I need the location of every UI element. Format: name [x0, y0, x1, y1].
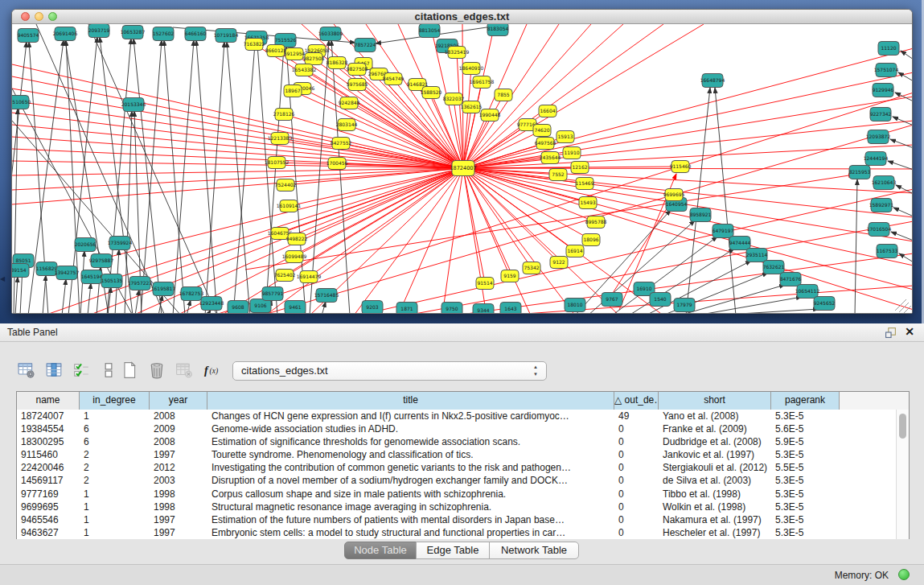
graph-node[interactable]: 16109141: [277, 200, 302, 212]
graph-node[interactable]: 9405574: [18, 29, 39, 43]
graph-node[interactable]: 12444194: [864, 152, 889, 166]
cell-pagerank[interactable]: 5.6E-5: [771, 422, 840, 435]
graph-node[interactable]: 7552: [549, 169, 567, 181]
graph-node[interactable]: 16195817: [151, 282, 176, 296]
graph-node[interactable]: 8813054: [419, 24, 441, 38]
graph-node[interactable]: 2020656: [75, 238, 97, 252]
cell-title[interactable]: Investigating the contribution of common…: [207, 461, 614, 474]
cell-short[interactable]: Wolkin et al. (1998): [659, 501, 771, 513]
graph-node[interactable]: 9474444: [729, 237, 751, 250]
graph-node[interactable]: 17359924: [108, 237, 133, 250]
graph-node[interactable]: 16543382: [292, 64, 317, 76]
cell-out_de[interactable]: 49: [614, 410, 659, 422]
network-canvas[interactable]: 9405574206914062093719106532871527602646…: [12, 24, 913, 314]
cell-in_degree[interactable]: 2: [80, 461, 150, 474]
cell-in_degree[interactable]: 6: [80, 422, 150, 435]
cell-out_de[interactable]: 0: [614, 435, 659, 448]
graph-node[interactable]: 9203: [362, 301, 383, 315]
cell-name[interactable]: 18300295: [17, 435, 80, 448]
cell-title[interactable]: Embryonic stem cells: a model to study s…: [207, 526, 614, 539]
column-chooser-icon[interactable]: [43, 359, 66, 381]
graph-node[interactable]: 8995788: [585, 216, 607, 229]
graph-node[interactable]: 8454749: [383, 73, 405, 85]
graph-node[interactable]: 6466160: [185, 27, 207, 41]
graph-node[interactable]: 17957223: [128, 277, 153, 290]
cell-title[interactable]: Estimation of the future numbers of pati…: [207, 513, 614, 526]
cell-in_degree[interactable]: 1: [80, 526, 150, 539]
cell-out_de[interactable]: 0: [614, 526, 659, 539]
graph-node[interactable]: 1645194: [81, 270, 103, 284]
table-row[interactable]: 969969511998Structural magnetic resonanc…: [17, 501, 909, 513]
cell-in_degree[interactable]: 6: [80, 435, 150, 448]
cell-title[interactable]: Corpus callosum shape and size in male p…: [207, 488, 614, 501]
cell-pagerank[interactable]: 5.9E-5: [771, 435, 840, 448]
cell-year[interactable]: 2003: [150, 474, 207, 487]
cell-pagerank[interactable]: 5.3E-5: [771, 526, 840, 539]
graph-node[interactable]: 11910: [563, 147, 581, 159]
cell-in_degree[interactable]: 1: [80, 488, 150, 501]
cell-name[interactable]: 9115460: [17, 448, 80, 461]
graph-node[interactable]: 12093872: [866, 130, 891, 144]
graph-node[interactable]: 16033809: [318, 27, 343, 41]
cell-in_degree[interactable]: 2: [80, 474, 150, 487]
cell-name[interactable]: 9465546: [17, 513, 80, 526]
graph-node[interactable]: 8427552: [331, 138, 352, 150]
graph-node[interactable]: 12213383: [268, 133, 293, 145]
cell-pagerank[interactable]: 5.3E-5: [771, 513, 840, 526]
graph-node[interactable]: 7632621: [763, 261, 785, 274]
graph-node[interactable]: 1588520: [421, 87, 442, 99]
delete-rows-icon[interactable]: [146, 359, 169, 381]
graph-node[interactable]: 9857791: [262, 287, 284, 301]
graph-node[interactable]: 16604: [539, 105, 556, 117]
graph-node[interactable]: 20153346: [121, 98, 146, 112]
cell-out_de[interactable]: 0: [614, 448, 659, 461]
cell-out_de[interactable]: 0: [614, 474, 659, 487]
graph-node[interactable]: 7857224: [355, 39, 376, 52]
graph-node[interactable]: 9498222: [286, 233, 308, 245]
cell-name[interactable]: 22420046: [17, 461, 80, 474]
graph-node[interactable]: 7625402: [274, 270, 296, 282]
graph-node[interactable]: 12923448: [199, 297, 224, 311]
cell-short[interactable]: Hescheler et al. (1997): [659, 526, 771, 539]
column-header-name[interactable]: name: [17, 392, 80, 410]
graph-node[interactable]: 8215953: [849, 166, 871, 179]
graph-node[interactable]: 1700456: [326, 158, 348, 170]
cell-name[interactable]: 9463627: [17, 526, 80, 539]
graph-node[interactable]: 9115460: [670, 161, 692, 173]
cell-title[interactable]: Disruption of a novel member of a sodium…: [207, 474, 614, 487]
cell-short[interactable]: Franke et al. (2009): [659, 422, 771, 435]
graph-node[interactable]: 17016504: [867, 223, 892, 237]
graph-node[interactable]: 8958921: [690, 208, 712, 222]
graph-node[interactable]: 16914: [566, 245, 584, 257]
network-window-titlebar[interactable]: citations_edges.txt: [12, 10, 912, 24]
graph-node[interactable]: 2718126: [273, 109, 295, 121]
graph-node[interactable]: 18325419: [445, 47, 470, 59]
table-row[interactable]: 911546021997Tourette syndrome. Phenomeno…: [17, 448, 909, 461]
cell-year[interactable]: 2012: [150, 461, 207, 474]
tab-network-table[interactable]: Network Table: [489, 542, 579, 559]
cell-short[interactable]: de Silva et al. (2003): [659, 474, 771, 487]
create-table-icon[interactable]: [119, 359, 142, 381]
graph-node[interactable]: 7163822: [244, 39, 265, 51]
graph-node[interactable]: 6479197: [713, 225, 734, 238]
graph-node[interactable]: 2803144: [336, 119, 358, 131]
cell-pagerank[interactable]: 5.3E-5: [771, 488, 840, 501]
graph-node[interactable]: 2435644: [540, 152, 561, 164]
graph-node[interactable]: 9106: [250, 299, 271, 313]
graph-node[interactable]: 7855: [495, 89, 512, 101]
cell-pagerank[interactable]: 5.3E-5: [771, 501, 840, 513]
tab-node-table[interactable]: Node Table: [344, 542, 417, 559]
graph-node[interactable]: 15493: [579, 197, 597, 209]
graph-node[interactable]: 9461: [285, 301, 306, 315]
table-row[interactable]: 1938455462009Genome-wide association stu…: [17, 422, 909, 435]
graph-node[interactable]: 17979: [674, 299, 695, 312]
graph-node[interactable]: 15751074: [874, 64, 899, 77]
cell-year[interactable]: 2009: [150, 422, 207, 435]
cell-out_de[interactable]: 0: [614, 422, 659, 435]
graph-node[interactable]: 10653287: [121, 26, 146, 39]
cell-year[interactable]: 1997: [150, 448, 207, 461]
float-panel-icon[interactable]: [885, 327, 897, 339]
graph-node[interactable]: 2935114: [746, 249, 768, 262]
graph-node[interactable]: 12162: [571, 162, 589, 174]
table-row[interactable]: 946554611997Estimation of the future num…: [17, 513, 909, 526]
